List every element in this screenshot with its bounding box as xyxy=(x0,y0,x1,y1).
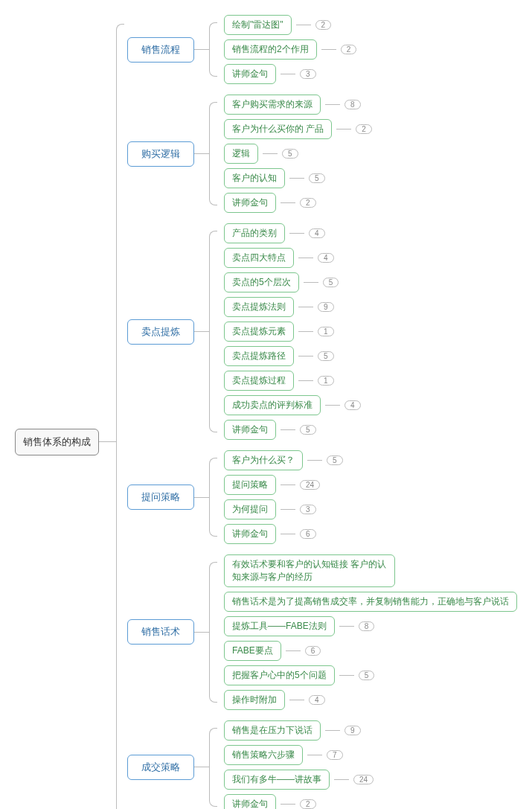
count-badge[interactable]: 5 xyxy=(327,455,343,465)
leaf-row: 讲师金句3 xyxy=(224,64,356,84)
connector xyxy=(194,49,209,50)
count-badge[interactable]: 2 xyxy=(356,124,372,134)
count-badge[interactable]: 2 xyxy=(300,799,316,809)
leaf-node[interactable]: 卖点提炼路径 xyxy=(224,346,294,366)
count-badge[interactable]: 5 xyxy=(309,173,325,183)
leaf-node[interactable]: 绘制"雷达图" xyxy=(224,15,292,35)
leaves-container: 绘制"雷达图"2销售流程的2个作用2讲师金句3 xyxy=(224,15,356,84)
count-badge[interactable]: 7 xyxy=(327,750,343,760)
count-badge[interactable]: 24 xyxy=(353,775,374,784)
leaf-node[interactable]: 卖点提炼法则 xyxy=(224,297,294,317)
connector xyxy=(296,25,311,25)
count-badge[interactable]: 3 xyxy=(300,69,316,79)
leaf-row: 讲师金句6 xyxy=(224,524,343,544)
leaf-node[interactable]: 我们有多牛——讲故事 xyxy=(224,770,330,790)
count-badge[interactable]: 1 xyxy=(318,376,334,386)
count-badge[interactable]: 9 xyxy=(344,726,361,735)
count-badge[interactable]: 1 xyxy=(318,327,334,336)
bracket xyxy=(209,554,224,710)
branch: 卖点提炼产品的类别4卖点四大特点4卖点的5个层次5卖点提炼法则9卖点提炼元素1卖… xyxy=(127,223,517,440)
branch-node[interactable]: 销售话术 xyxy=(127,619,194,645)
leaf-node[interactable]: 为何提问 xyxy=(224,499,276,519)
branch-node[interactable]: 成交策略 xyxy=(127,755,194,780)
leaf-row: 卖点四大特点4 xyxy=(224,248,361,268)
count-badge[interactable]: 5 xyxy=(300,425,316,435)
connector xyxy=(298,380,313,381)
leaf-node[interactable]: 客户购买需求的来源 xyxy=(224,95,321,115)
branch: 销售流程绘制"雷达图"2销售流程的2个作用2讲师金句3 xyxy=(127,15,517,84)
count-badge[interactable]: 6 xyxy=(300,529,316,539)
connector xyxy=(307,755,322,755)
leaf-node[interactable]: 销售是在压力下说话 xyxy=(224,720,321,741)
count-badge[interactable]: 5 xyxy=(318,351,334,361)
leaf-node[interactable]: 讲师金句 xyxy=(224,64,276,84)
branch-node[interactable]: 提问策略 xyxy=(127,485,194,510)
count-badge[interactable]: 24 xyxy=(300,480,320,490)
leaves-container: 产品的类别4卖点四大特点4卖点的5个层次5卖点提炼法则9卖点提炼元素1卖点提炼路… xyxy=(224,223,361,440)
leaf-node[interactable]: 卖点的5个层次 xyxy=(224,272,299,292)
leaf-row: FABE要点6 xyxy=(224,641,517,661)
count-badge[interactable]: 2 xyxy=(341,45,357,54)
count-badge[interactable]: 5 xyxy=(323,278,339,287)
leaf-node[interactable]: 讲师金句 xyxy=(224,524,276,544)
leaf-node[interactable]: 逻辑 xyxy=(224,144,258,164)
leaf-node[interactable]: 销售流程的2个作用 xyxy=(224,39,317,60)
leaf-node[interactable]: 客户为什么买你的 产品 xyxy=(224,119,332,139)
count-badge[interactable]: 4 xyxy=(309,228,325,238)
leaves-container: 客户购买需求的来源8客户为什么买你的 产品2逻辑5客户的认知5讲师金句2 xyxy=(224,95,372,213)
connector xyxy=(289,233,304,234)
branch-node[interactable]: 购买逻辑 xyxy=(127,141,194,167)
leaf-row: 讲师金句2 xyxy=(224,193,372,213)
leaf-row: 绘制"雷达图"2 xyxy=(224,15,356,35)
leaf-node[interactable]: 卖点提炼过程 xyxy=(224,371,294,391)
root-node[interactable]: 销售体系的构成 xyxy=(15,429,99,455)
leaf-node[interactable]: 销售策略六步骤 xyxy=(224,745,303,765)
count-badge[interactable]: 4 xyxy=(318,253,334,263)
branch-node[interactable]: 销售流程 xyxy=(127,37,194,63)
leaf-node[interactable]: 客户为什么买？ xyxy=(224,450,303,470)
connector xyxy=(298,258,313,258)
leaf-row: 客户购买需求的来源8 xyxy=(224,95,372,115)
leaf-node[interactable]: 把握客户心中的5个问题 xyxy=(224,665,335,685)
connector xyxy=(325,104,340,105)
connector xyxy=(289,700,304,700)
leaf-node[interactable]: FABE要点 xyxy=(224,641,281,661)
count-badge[interactable]: 2 xyxy=(300,198,316,208)
count-badge[interactable]: 6 xyxy=(305,646,321,656)
leaf-row: 销售流程的2个作用2 xyxy=(224,39,356,60)
leaf-node[interactable]: 讲师金句 xyxy=(224,420,276,440)
mindmap-root: 销售体系的构成 销售流程绘制"雷达图"2销售流程的2个作用2讲师金句3购买逻辑客… xyxy=(15,15,517,809)
leaf-node[interactable]: 操作时附加 xyxy=(224,690,285,710)
leaf-node[interactable]: 产品的类别 xyxy=(224,223,285,243)
branch-node[interactable]: 卖点提炼 xyxy=(127,319,194,345)
leaf-node[interactable]: 讲师金句 xyxy=(224,193,276,213)
bracket xyxy=(209,450,224,544)
connector xyxy=(263,153,278,154)
count-badge[interactable]: 4 xyxy=(344,400,361,410)
count-badge[interactable]: 3 xyxy=(300,505,316,514)
count-badge[interactable]: 8 xyxy=(359,621,375,631)
connector xyxy=(194,331,209,332)
leaf-node[interactable]: 销售话术是为了提高销售成交率，并复制销售能力，正确地与客户说话 xyxy=(224,592,517,612)
connector xyxy=(339,675,354,676)
leaf-node[interactable]: 客户的认知 xyxy=(224,168,285,188)
branch: 购买逻辑客户购买需求的来源8客户为什么买你的 产品2逻辑5客户的认知5讲师金句2 xyxy=(127,95,517,213)
leaf-node[interactable]: 卖点提炼元素 xyxy=(224,322,294,342)
leaf-row: 把握客户心中的5个问题5 xyxy=(224,665,517,685)
branch: 提问策略客户为什么买？5提问策略24为何提问3讲师金句6 xyxy=(127,450,517,544)
leaf-node[interactable]: 提问策略 xyxy=(224,475,276,495)
connector xyxy=(281,202,295,203)
count-badge[interactable]: 5 xyxy=(282,149,298,159)
bracket xyxy=(209,223,224,440)
count-badge[interactable]: 9 xyxy=(318,302,334,312)
count-badge[interactable]: 5 xyxy=(359,671,375,680)
leaf-node[interactable]: 提炼工具——FABE法则 xyxy=(224,616,335,636)
count-badge[interactable]: 8 xyxy=(344,100,361,109)
count-badge[interactable]: 2 xyxy=(315,20,332,30)
leaf-node[interactable]: 有效话术要和客户的认知链接 客户的认知来源与客户的经历 xyxy=(224,554,395,587)
count-badge[interactable]: 4 xyxy=(309,695,325,705)
leaf-node[interactable]: 讲师金句 xyxy=(224,794,276,809)
leaf-node[interactable]: 卖点四大特点 xyxy=(224,248,294,268)
leaf-node[interactable]: 成功卖点的评判标准 xyxy=(224,395,321,415)
connector xyxy=(334,779,349,780)
